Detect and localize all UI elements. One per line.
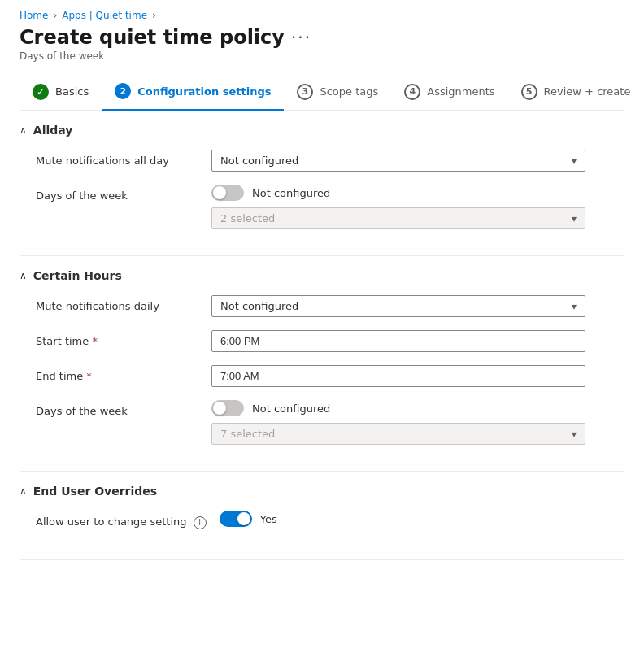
breadcrumb-sep2: › — [152, 10, 156, 21]
allday-section-title: Allday — [33, 124, 73, 137]
certain-end-control — [211, 365, 585, 387]
certain-mute-row: Mute notifications daily Not configured … — [20, 295, 624, 317]
certain-days-toggle-label: Not configured — [252, 402, 330, 415]
step-scope-circle: 3 — [297, 84, 313, 100]
certain-mute-label: Mute notifications daily — [36, 295, 198, 312]
step-basics-circle — [33, 84, 49, 100]
allday-days-control: Not configured 2 selected ▾ — [211, 185, 585, 229]
allday-days-toggle[interactable] — [211, 185, 244, 201]
step-basics-check — [37, 86, 45, 98]
allday-days-toggle-track[interactable] — [211, 185, 244, 201]
certain-mute-dropdown[interactable]: Not configured ▾ — [211, 295, 585, 317]
step-scope[interactable]: 3 Scope tags — [284, 76, 391, 110]
allday-days-dropdown-arrow: ▾ — [572, 213, 577, 224]
allday-mute-dropdown[interactable]: Not configured ▾ — [211, 150, 585, 172]
end-user-section-header[interactable]: ∧ End User Overrides — [20, 485, 624, 498]
step-review-num: 5 — [526, 86, 533, 97]
step-configuration-label: Configuration settings — [137, 85, 271, 98]
certain-start-label: Start time * — [36, 330, 198, 347]
allow-user-control: Yes — [220, 511, 594, 533]
step-configuration-num: 2 — [120, 86, 126, 97]
certain-mute-dropdown-arrow: ▾ — [572, 301, 577, 312]
allow-user-toggle-row: Yes — [220, 511, 594, 527]
allday-days-label: Days of the week — [36, 185, 198, 202]
allday-days-selected-dropdown[interactable]: 2 selected ▾ — [211, 207, 585, 229]
certain-start-row: Start time * — [20, 330, 624, 352]
allow-user-toggle-track[interactable] — [220, 511, 252, 527]
certain-days-toggle-track[interactable] — [211, 400, 244, 416]
allday-days-selected-value: 2 selected — [220, 212, 275, 224]
allday-section-header[interactable]: ∧ Allday — [20, 124, 624, 137]
steps-nav: Basics 2 Configuration settings 3 Scope … — [20, 75, 624, 111]
certain-days-row: Days of the week Not configured 7 select… — [20, 400, 624, 445]
page-title: Create quiet time policy — [20, 26, 285, 49]
allday-mute-dropdown-arrow: ▾ — [572, 155, 577, 167]
certain-hours-section-header[interactable]: ∧ Certain Hours — [20, 269, 624, 282]
certain-mute-control: Not configured ▾ — [211, 295, 585, 317]
more-options-icon[interactable]: ··· — [291, 28, 311, 47]
certain-end-input[interactable] — [211, 365, 585, 387]
allday-days-row: Days of the week Not configured 2 select… — [20, 185, 624, 229]
allday-mute-value: Not configured — [220, 154, 298, 167]
allow-user-info-icon[interactable]: i — [194, 516, 207, 529]
breadcrumb: Home › Apps | Quiet time › — [20, 0, 624, 26]
end-user-section: ∧ End User Overrides Allow user to chang… — [20, 472, 624, 560]
allow-user-row: Allow user to change setting i Yes — [20, 511, 624, 533]
step-assignments[interactable]: 4 Assignments — [391, 76, 507, 110]
allow-user-toggle[interactable] — [220, 511, 252, 527]
certain-days-dropdown-arrow: ▾ — [572, 429, 577, 440]
certain-days-toggle-row: Not configured — [211, 400, 585, 416]
certain-end-row: End time * — [20, 365, 624, 387]
certain-days-label: Days of the week — [36, 400, 198, 417]
step-assignments-circle: 4 — [404, 84, 420, 100]
certain-end-label-text: End time — [36, 370, 83, 382]
end-user-chevron-icon: ∧ — [20, 485, 27, 497]
breadcrumb-sep1: › — [53, 10, 57, 21]
page-header: Create quiet time policy ··· — [20, 26, 624, 49]
certain-days-control: Not configured 7 selected ▾ — [211, 400, 585, 445]
certain-days-selected-dropdown[interactable]: 7 selected ▾ — [211, 423, 585, 445]
allow-user-label-text: Allow user to change setting — [36, 516, 187, 528]
certain-days-toggle-thumb — [213, 402, 226, 415]
certain-end-label: End time * — [36, 365, 198, 382]
certain-end-required: * — [86, 370, 92, 382]
allday-mute-label: Mute notifications all day — [36, 150, 198, 167]
allow-user-label: Allow user to change setting i — [36, 511, 207, 529]
allday-mute-control: Not configured ▾ — [211, 150, 585, 172]
allday-days-toggle-label: Not configured — [252, 187, 330, 199]
step-assignments-label: Assignments — [427, 85, 494, 98]
allday-days-toggle-thumb — [213, 186, 226, 199]
certain-hours-section-title: Certain Hours — [33, 269, 122, 282]
breadcrumb-home[interactable]: Home — [20, 10, 48, 21]
certain-start-input[interactable] — [211, 330, 585, 352]
certain-hours-section: ∧ Certain Hours Mute notifications daily… — [20, 256, 624, 472]
step-review-circle: 5 — [521, 84, 537, 100]
allow-user-toggle-label: Yes — [260, 513, 277, 525]
certain-hours-chevron-icon: ∧ — [20, 270, 27, 281]
allday-mute-row: Mute notifications all day Not configure… — [20, 150, 624, 172]
step-basics-label: Basics — [55, 85, 89, 98]
certain-mute-value: Not configured — [220, 300, 298, 312]
allday-section: ∧ Allday Mute notifications all day Not … — [20, 111, 624, 256]
step-basics[interactable]: Basics — [20, 76, 102, 110]
step-assignments-num: 4 — [409, 86, 416, 97]
certain-days-toggle[interactable] — [211, 400, 244, 416]
step-configuration[interactable]: 2 Configuration settings — [102, 75, 284, 111]
step-review[interactable]: 5 Review + create — [508, 76, 644, 110]
step-scope-num: 3 — [302, 86, 309, 97]
certain-start-label-text: Start time — [36, 335, 89, 347]
step-configuration-circle: 2 — [115, 83, 131, 99]
certain-start-required: * — [92, 335, 98, 347]
breadcrumb-apps[interactable]: Apps | Quiet time — [62, 10, 147, 21]
step-review-label: Review + create — [544, 85, 631, 98]
step-scope-label: Scope tags — [320, 85, 378, 98]
certain-days-selected-value: 7 selected — [220, 428, 275, 440]
allday-days-toggle-row: Not configured — [211, 185, 585, 201]
allow-user-toggle-thumb — [237, 512, 250, 525]
end-user-section-title: End User Overrides — [33, 485, 157, 498]
certain-start-control — [211, 330, 585, 352]
page-subtitle: Days of the week — [20, 50, 624, 62]
allday-chevron-icon: ∧ — [20, 124, 27, 136]
